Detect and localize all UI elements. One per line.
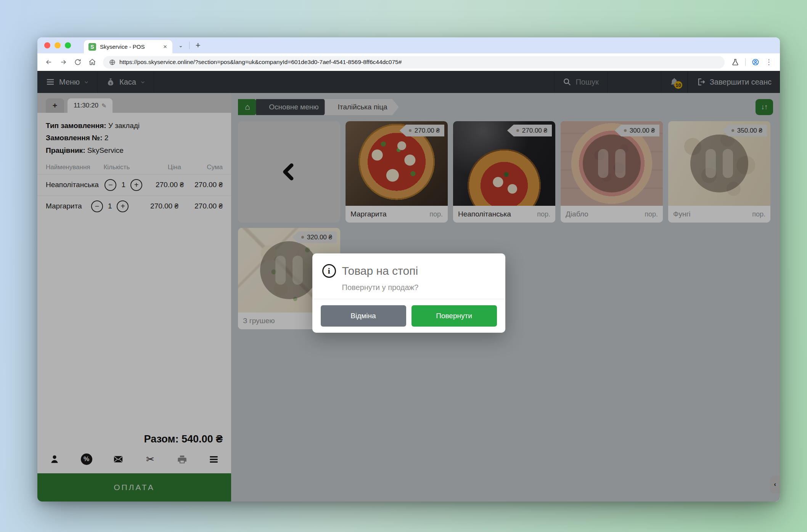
info-icon: i — [322, 264, 336, 278]
beaker-icon[interactable] — [731, 58, 739, 66]
minimize-window-button[interactable] — [55, 42, 61, 48]
pos-page: Меню $ Каса Пошук 10 Завершити — [37, 71, 780, 502]
tab-close-icon[interactable]: × — [162, 43, 168, 51]
tabstrip-divider — [189, 42, 190, 49]
tab-search-chevron-icon[interactable]: ⌄ — [178, 42, 183, 48]
browser-tab[interactable]: S Skyservice - POS × — [84, 40, 172, 53]
forward-icon[interactable] — [59, 58, 67, 66]
new-tab-icon[interactable]: + — [196, 40, 201, 50]
browser-tab-strip: S Skyservice - POS × ⌄ + — [37, 37, 780, 53]
toolbar-divider — [745, 58, 746, 66]
tab-title: Skyservice - POS — [100, 43, 159, 50]
window-controls — [44, 37, 71, 53]
site-info-icon[interactable] — [109, 59, 116, 66]
favicon-icon: S — [88, 43, 96, 51]
back-icon[interactable] — [45, 58, 53, 66]
dialog-message: Повернути у продаж? — [342, 283, 497, 292]
home-icon[interactable] — [88, 58, 96, 66]
url-text: https://pos.skyservice.online/?section=p… — [119, 59, 402, 66]
browser-window: S Skyservice - POS × ⌄ + https://pos.sky… — [37, 37, 780, 502]
maximize-window-button[interactable] — [65, 42, 71, 48]
browser-menu-icon[interactable]: ⋮ — [765, 58, 772, 66]
profile-icon[interactable] — [752, 58, 759, 66]
reload-icon[interactable] — [74, 58, 82, 66]
browser-toolbar: https://pos.skyservice.online/?section=p… — [37, 53, 780, 71]
dialog-divider — [312, 299, 505, 299]
stop-item-dialog: i Товар на стопі Повернути у продаж? Від… — [312, 253, 505, 333]
dialog-title: Товар на стопі — [342, 264, 418, 277]
cancel-button[interactable]: Відміна — [321, 305, 406, 327]
address-bar[interactable]: https://pos.skyservice.online/?section=p… — [103, 56, 725, 69]
close-window-button[interactable] — [44, 42, 50, 48]
return-to-sale-button[interactable]: Повернути — [412, 305, 497, 327]
